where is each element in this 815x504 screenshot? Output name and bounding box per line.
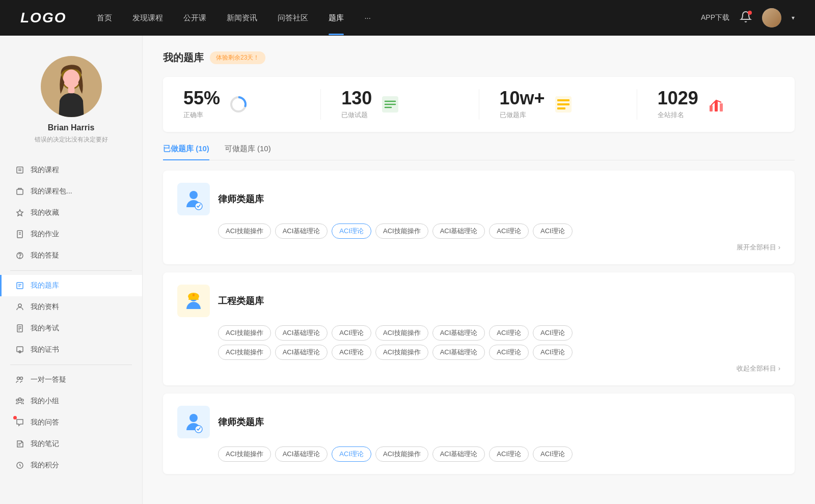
nav-bank[interactable]: 题库: [329, 13, 344, 23]
sidebar-item-courses[interactable]: 我的课程: [0, 159, 142, 181]
question-icon: [15, 251, 24, 260]
sidebar-item-cert[interactable]: 我的证书: [0, 339, 142, 360]
profile-motto: 错误的决定比没有决定要好: [35, 135, 108, 144]
sidebar-item-group[interactable]: 我的小组: [0, 390, 142, 412]
bank-tag[interactable]: ACI基础理论: [432, 446, 485, 462]
svg-point-25: [20, 377, 23, 380]
nav-courses[interactable]: 发现课程: [132, 13, 163, 23]
main-layout: Brian Harris 错误的决定比没有决定要好 我的课程: [0, 36, 815, 504]
bank-tag[interactable]: ACI技能操作: [218, 345, 271, 360]
logo[interactable]: LOGO: [20, 10, 66, 26]
svg-rect-42: [557, 107, 565, 109]
bank-tags-3: ACI技能操作 ACI基础理论 ACI理论 ACI技能操作 ACI基础理论 AC…: [177, 446, 780, 462]
bank-tag[interactable]: ACI理论: [489, 325, 529, 341]
nav-news[interactable]: 新闻资讯: [227, 13, 257, 23]
bank-tags-2-row1: ACI技能操作 ACI基础理论 ACI理论 ACI技能操作 ACI基础理论 AC…: [177, 325, 780, 341]
user-menu-arrow[interactable]: ▾: [792, 14, 795, 21]
bank-tag[interactable]: ACI理论: [332, 325, 371, 341]
bank-tag[interactable]: ACI理论: [489, 345, 529, 360]
bank-tag[interactable]: ACI基础理论: [275, 325, 328, 341]
bank-tag-active[interactable]: ACI理论: [332, 223, 371, 239]
bank-tag[interactable]: ACI理论: [533, 345, 573, 360]
bank-title-3: 律师类题库: [218, 416, 264, 428]
nav-home[interactable]: 首页: [97, 13, 112, 23]
bank-tag[interactable]: ACI理论: [489, 223, 529, 239]
stat-accuracy-label: 正确率: [183, 110, 220, 120]
bank-expand-2[interactable]: 收起全部科目 ›: [177, 364, 780, 373]
bank-tag[interactable]: ACI理论: [533, 223, 573, 239]
user-avatar[interactable]: [762, 8, 781, 27]
cert-icon: [15, 345, 24, 354]
bank-tag[interactable]: ACI基础理论: [275, 345, 328, 360]
bank-icon-engineer: [177, 285, 210, 317]
course-icon: [15, 165, 24, 175]
notification-bell[interactable]: [740, 11, 752, 25]
stat-banks-value: 10w+: [500, 89, 545, 107]
tab-available[interactable]: 可做题库 (10): [225, 144, 271, 160]
bank-tag[interactable]: ACI基础理论: [275, 223, 328, 239]
svg-rect-6: [17, 189, 23, 194]
bank-tag[interactable]: ACI基础理论: [432, 325, 485, 341]
bank-tag[interactable]: ACI基础理论: [432, 223, 485, 239]
nav-right: APP下载 ▾: [701, 8, 795, 27]
bank-tag[interactable]: ACI技能操作: [375, 325, 428, 341]
sidebar-divider-2: [10, 365, 132, 365]
svg-rect-44: [715, 101, 718, 111]
svg-marker-7: [17, 210, 23, 216]
bank-tag[interactable]: ACI技能操作: [375, 345, 428, 360]
nav-more[interactable]: ···: [364, 13, 371, 23]
bank-tag[interactable]: ACI技能操作: [218, 446, 271, 462]
bank-icon-lawyer-1: [177, 183, 210, 215]
bank-icon-lawyer-2: [177, 406, 210, 438]
tab-done[interactable]: 已做题库 (10): [163, 144, 209, 160]
app-download-button[interactable]: APP下载: [701, 13, 729, 22]
sidebar-item-bank[interactable]: 我的题库: [0, 275, 142, 296]
svg-point-34: [234, 100, 242, 108]
ranking-icon: [707, 94, 727, 115]
bank-tag[interactable]: ACI技能操作: [375, 223, 428, 239]
svg-point-52: [189, 414, 198, 422]
bank-tag[interactable]: ACI理论: [533, 325, 573, 341]
bank-tags-2-row2: ACI技能操作 ACI基础理论 ACI理论 ACI技能操作 ACI基础理论 AC…: [177, 345, 780, 360]
svg-point-1: [63, 70, 79, 89]
sidebar-item-favorites[interactable]: 我的收藏: [0, 202, 142, 223]
stat-ranking: 1029 全站排名: [637, 89, 795, 120]
sidebar-item-one-on-one[interactable]: 一对一答疑: [0, 369, 142, 390]
stat-accuracy: 55% 正确率: [163, 89, 321, 120]
sidebar: Brian Harris 错误的决定比没有决定要好 我的课程: [0, 36, 143, 504]
stat-ranking-label: 全站排名: [658, 110, 698, 120]
sidebar-item-profile[interactable]: 我的资料: [0, 296, 142, 318]
bank-card-1: 律师类题库 ACI技能操作 ACI基础理论 ACI理论 ACI技能操作 ACI基…: [163, 171, 795, 264]
bank-tag[interactable]: ACI技能操作: [375, 446, 428, 462]
page-header: 我的题库 体验剩余23天！: [163, 51, 795, 65]
sidebar-item-questions[interactable]: 我的问答: [0, 412, 142, 433]
bank-tag[interactable]: ACI技能操作: [218, 223, 271, 239]
bank-tag[interactable]: ACI基础理论: [432, 345, 485, 360]
sidebar-item-notes[interactable]: 我的笔记: [0, 433, 142, 455]
bank-tag[interactable]: ACI基础理论: [275, 446, 328, 462]
qa-dot: [13, 416, 17, 419]
svg-rect-3: [17, 167, 23, 173]
sidebar-item-exam[interactable]: 我的考试: [0, 318, 142, 339]
svg-rect-45: [720, 103, 723, 111]
bank-tag[interactable]: ACI技能操作: [218, 325, 271, 341]
sidebar-item-qa-mine[interactable]: 我的答疑: [0, 245, 142, 266]
sidebar-item-homework[interactable]: 我的作业: [0, 223, 142, 245]
tabs-row: 已做题库 (10) 可做题库 (10): [163, 144, 795, 160]
svg-rect-2: [68, 87, 74, 93]
accuracy-icon: [228, 94, 249, 115]
bank-tag-active[interactable]: ACI理论: [332, 446, 371, 462]
bank-expand-1[interactable]: 展开全部科目 ›: [177, 243, 780, 252]
svg-rect-50: [188, 298, 199, 300]
profile-name: Brian Harris: [48, 123, 95, 132]
bank-tag[interactable]: ACI理论: [489, 446, 529, 462]
sidebar-item-points[interactable]: 我的积分: [0, 455, 142, 476]
package-icon: [15, 187, 24, 196]
sidebar-item-packages[interactable]: 我的课程包...: [0, 181, 142, 202]
exam-icon: [15, 324, 24, 333]
nav-open-course[interactable]: 公开课: [183, 13, 206, 23]
nav-qa[interactable]: 问答社区: [278, 13, 308, 23]
bank-tag[interactable]: ACI理论: [332, 345, 371, 360]
stats-row: 55% 正确率 130 已做试题: [163, 77, 795, 132]
bank-tag[interactable]: ACI理论: [533, 446, 573, 462]
